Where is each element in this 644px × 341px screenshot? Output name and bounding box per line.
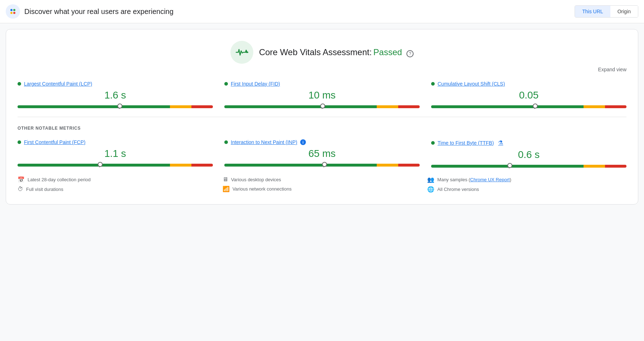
ttfb-gauge [431,165,626,168]
ttfb-needle [509,164,509,168]
metric-fid: First Input Delay (FID) 10 ms [224,81,420,108]
timer-icon: ⏱ [18,186,23,192]
other-metrics-title: OTHER NOTABLE METRICS [18,126,626,131]
fcp-green [18,164,170,167]
fcp-bar [18,164,213,167]
chrome-ux-report-link[interactable]: Chrome UX Report [470,177,510,182]
metric-inp: Interaction to Next Paint (INP) i 65 ms [224,139,420,168]
expand-view[interactable]: Expand view [18,67,626,72]
ttfb-orange [584,165,605,168]
assessment-help: ? [406,50,414,56]
chrome-icon: 🌐 [427,186,434,193]
origin-button[interactable]: Origin [610,6,638,17]
inp-value: 65 ms [224,148,420,159]
assessment-header: Core Web Vitals Assessment: Passed ? [18,41,626,64]
page-header: Discover what your real users are experi… [0,0,644,23]
lcp-needle [119,105,119,109]
lcp-orange [170,105,191,108]
vitals-icon [230,41,253,64]
footer-visit-durations: ⏱ Full visit durations [18,186,217,192]
cls-dot [431,82,435,86]
help-icon[interactable]: ? [406,50,414,57]
ttfb-bar [431,165,626,168]
section-divider [18,117,626,117]
ttfb-label[interactable]: Time to First Byte (TTFB) ⚗ [431,139,626,146]
metric-ttfb: Time to First Byte (TTFB) ⚗ 0.6 s [431,139,626,168]
inp-info-icon[interactable]: i [300,139,306,145]
fid-label[interactable]: First Input Delay (FID) [224,81,420,87]
fcp-gauge [18,164,213,167]
ttfb-value: 0.6 s [431,149,626,160]
cls-label[interactable]: Cumulative Layout Shift (CLS) [431,81,626,87]
desktop-icon: 🖥 [223,176,228,183]
footer-many-samples: 👥 Many samples (Chrome UX Report) [427,176,626,183]
footer-info: 📅 Latest 28-day collection period ⏱ Full… [18,176,626,193]
fcp-value: 1.1 s [18,148,213,159]
header-left: Discover what your real users are experi… [6,4,174,19]
assessment-title-area: Core Web Vitals Assessment: Passed ? [259,47,414,57]
lcp-dot [18,82,21,86]
svg-point-1 [13,9,15,11]
assessment-title-text: Core Web Vitals Assessment: [259,47,372,57]
cls-bar [431,105,626,108]
cls-needle [534,105,535,109]
fid-red [398,105,420,108]
cls-red [605,105,626,108]
ttfb-beaker-icon: ⚗ [498,139,503,146]
fcp-needle [99,163,100,167]
cls-orange [584,105,605,108]
url-origin-toggle: This URL Origin [575,5,638,18]
ttfb-red [605,165,626,168]
svg-point-0 [10,9,13,11]
this-url-button[interactable]: This URL [575,6,610,17]
fid-green [224,105,377,108]
inp-orange [377,164,398,167]
lcp-value: 1.6 s [18,90,213,101]
svg-point-2 [10,12,13,14]
core-metrics-grid: Largest Contentful Paint (LCP) 1.6 s Fir… [18,81,626,108]
page-title: Discover what your real users are experi… [24,8,174,16]
calendar-icon: 📅 [18,176,25,183]
lcp-label[interactable]: Largest Contentful Paint (LCP) [18,81,213,87]
network-icon: 📶 [223,186,230,192]
metric-cls: Cumulative Layout Shift (CLS) 0.05 [431,81,626,108]
fid-orange [377,105,398,108]
lcp-red [191,105,213,108]
footer-col3: 👥 Many samples (Chrome UX Report) 🌐 All … [427,176,626,193]
footer-col2: 🖥 Various desktop devices 📶 Various netw… [223,176,422,193]
inp-gauge [224,164,420,167]
fcp-dot [18,140,21,144]
fcp-red [191,164,213,167]
fcp-label[interactable]: First Contentful Paint (FCP) [18,139,213,145]
footer-collection-period: 📅 Latest 28-day collection period [18,176,217,183]
assessment-status: Passed [374,47,402,57]
inp-needle [323,163,324,167]
samples-icon: 👥 [427,176,434,183]
inp-dot [224,140,228,144]
footer-network-connections: 📶 Various network connections [223,186,422,192]
footer-chrome-versions: 🌐 All Chrome versions [427,186,626,193]
cls-value: 0.05 [431,90,626,101]
lcp-green [18,105,170,108]
svg-point-5 [247,52,248,53]
inp-label[interactable]: Interaction to Next Paint (INP) i [224,139,420,145]
fid-value: 10 ms [224,90,420,101]
main-card: Core Web Vitals Assessment: Passed ? Exp… [6,29,638,205]
cls-gauge [431,105,626,108]
svg-point-3 [13,12,15,14]
inp-red [398,164,420,167]
app-logo [6,4,20,19]
footer-desktop-devices: 🖥 Various desktop devices [223,176,422,183]
lcp-gauge [18,105,213,108]
fcp-orange [170,164,191,167]
fid-gauge [224,105,420,108]
ttfb-dot [431,141,435,145]
lcp-bar [18,105,213,108]
other-metrics-grid: First Contentful Paint (FCP) 1.1 s Inter… [18,139,626,168]
fid-needle [322,105,322,109]
metric-lcp: Largest Contentful Paint (LCP) 1.6 s [18,81,213,108]
fid-dot [224,82,228,86]
footer-col1: 📅 Latest 28-day collection period ⏱ Full… [18,176,217,193]
inp-green [224,164,377,167]
cls-green [431,105,584,108]
